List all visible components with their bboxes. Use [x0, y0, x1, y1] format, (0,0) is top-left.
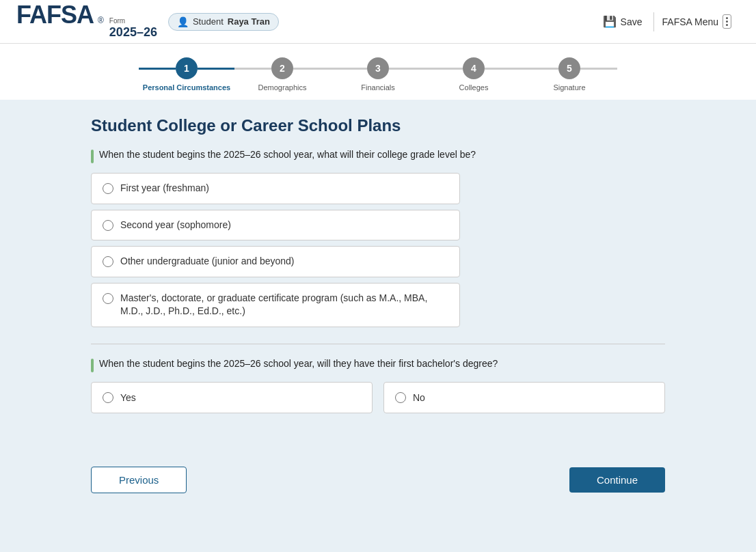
- step-3: 3 Financials: [330, 57, 426, 92]
- radio-option-graduate[interactable]: Master's, doctorate, or graduate certifi…: [91, 283, 460, 327]
- save-button[interactable]: 💾 Save: [592, 10, 653, 33]
- main-content: Student College or Career School Plans W…: [64, 100, 692, 446]
- radio-option-yes[interactable]: Yes: [91, 382, 373, 413]
- question-1-bar: [91, 150, 94, 163]
- student-badge[interactable]: 👤 Student Raya Tran: [168, 13, 279, 31]
- step-5-label: Signature: [553, 83, 585, 92]
- form-label: Form: [109, 17, 157, 25]
- step-3-line-left: [330, 68, 367, 70]
- step-1-line-right: [198, 68, 234, 70]
- fafsa-menu-label: FAFSA Menu: [662, 16, 718, 27]
- page-title: Student College or Career School Plans: [91, 116, 665, 135]
- step-1-wrap: 1: [139, 57, 234, 79]
- form-year-block: Form 2025–26: [109, 17, 157, 40]
- question-1-text: When the student begins the 2025–26 scho…: [91, 149, 665, 163]
- radio-no[interactable]: [395, 392, 406, 403]
- radio-option-other-undergrad[interactable]: Other undergraduate (junior and beyond): [91, 246, 460, 277]
- step-1: 1 Personal Circumstances: [139, 57, 234, 92]
- bachelor-degree-options: Yes No: [91, 382, 665, 413]
- step-5-line-right: [580, 68, 617, 70]
- step-5-circle: 5: [558, 57, 580, 79]
- step-4-label: Colleges: [459, 83, 489, 92]
- fafsa-menu-button[interactable]: FAFSA Menu: [654, 9, 740, 34]
- student-icon: 👤: [177, 16, 189, 27]
- student-label: Student: [193, 16, 224, 27]
- radio-freshman[interactable]: [103, 183, 113, 194]
- save-label: Save: [621, 16, 643, 27]
- year-label: 2025–26: [109, 25, 157, 40]
- progress-bar: 1 Personal Circumstances 2 Demographics …: [0, 44, 756, 100]
- step-3-circle: 3: [367, 57, 389, 79]
- step-2-label: Demographics: [258, 83, 307, 92]
- step-2-line-right: [293, 68, 330, 70]
- radio-option-no[interactable]: No: [383, 382, 665, 413]
- question-2-bar: [91, 359, 94, 372]
- save-icon: 💾: [603, 15, 617, 28]
- continue-button[interactable]: Continue: [569, 467, 665, 493]
- step-4-line-left: [426, 68, 463, 70]
- question-1-block: When the student begins the 2025–26 scho…: [91, 149, 665, 327]
- step-5-line-left: [522, 68, 558, 70]
- step-3-line-right: [389, 68, 426, 70]
- step-1-line-left: [139, 68, 176, 70]
- step-1-label: Personal Circumstances: [143, 83, 230, 92]
- question-2-text: When the student begins the 2025–26 scho…: [91, 358, 665, 372]
- step-5: 5 Signature: [522, 57, 617, 92]
- step-2: 2 Demographics: [234, 57, 330, 92]
- fafsa-wordmark: FAFSA: [16, 3, 94, 27]
- question-2-block: When the student begins the 2025–26 scho…: [91, 358, 665, 413]
- step-5-wrap: 5: [522, 57, 617, 79]
- step-2-line-left: [234, 68, 271, 70]
- more-options-icon: [723, 14, 731, 29]
- steps-container: 1 Personal Circumstances 2 Demographics …: [139, 57, 617, 92]
- step-4-line-right: [485, 68, 522, 70]
- radio-graduate-label: Master's, doctorate, or graduate certifi…: [120, 292, 448, 318]
- previous-button[interactable]: Previous: [91, 467, 187, 493]
- step-2-wrap: 2: [234, 57, 330, 79]
- step-2-circle: 2: [271, 57, 293, 79]
- step-1-circle: 1: [176, 57, 198, 79]
- step-4: 4 Colleges: [426, 57, 522, 92]
- radio-sophomore-label: Second year (sophomore): [120, 219, 231, 232]
- section-divider: [91, 344, 665, 344]
- radio-option-freshman[interactable]: First year (freshman): [91, 173, 460, 204]
- step-3-wrap: 3: [330, 57, 426, 79]
- step-4-circle: 4: [463, 57, 485, 79]
- radio-other-undergrad[interactable]: [103, 256, 113, 267]
- radio-freshman-label: First year (freshman): [120, 182, 209, 195]
- fafsa-logo: FAFSA ® Form 2025–26: [16, 3, 157, 40]
- radio-no-label: No: [413, 392, 425, 403]
- radio-yes-label: Yes: [120, 392, 136, 403]
- radio-graduate[interactable]: [103, 293, 113, 304]
- header: FAFSA ® Form 2025–26 👤 Student Raya Tran…: [0, 0, 756, 44]
- radio-option-sophomore[interactable]: Second year (sophomore): [91, 210, 460, 241]
- step-4-wrap: 4: [426, 57, 522, 79]
- student-name: Raya Tran: [228, 16, 270, 27]
- radio-sophomore[interactable]: [103, 220, 113, 231]
- header-left: FAFSA ® Form 2025–26 👤 Student Raya Tran: [16, 3, 279, 40]
- footer-buttons: Previous Continue: [64, 446, 692, 507]
- radio-yes[interactable]: [103, 392, 113, 403]
- step-3-label: Financials: [361, 83, 395, 92]
- header-right: 💾 Save FAFSA Menu: [592, 9, 740, 34]
- radio-other-undergrad-label: Other undergraduate (junior and beyond): [120, 255, 295, 268]
- fafsa-registered: ®: [98, 16, 104, 25]
